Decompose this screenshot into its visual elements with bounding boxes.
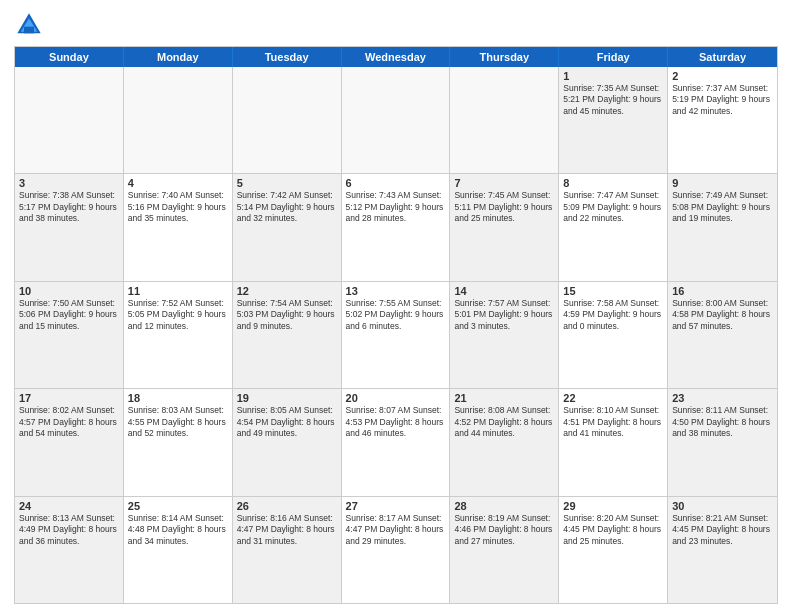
day-info: Sunrise: 7:37 AM Sunset: 5:19 PM Dayligh…: [672, 83, 773, 117]
header-day-saturday: Saturday: [668, 47, 777, 67]
day-number: 18: [128, 392, 228, 404]
day-info: Sunrise: 7:50 AM Sunset: 5:06 PM Dayligh…: [19, 298, 119, 332]
day-cell-7: 7Sunrise: 7:45 AM Sunset: 5:11 PM Daylig…: [450, 174, 559, 280]
day-cell-20: 20Sunrise: 8:07 AM Sunset: 4:53 PM Dayli…: [342, 389, 451, 495]
calendar-row-0: 1Sunrise: 7:35 AM Sunset: 5:21 PM Daylig…: [15, 67, 777, 173]
day-cell-16: 16Sunrise: 8:00 AM Sunset: 4:58 PM Dayli…: [668, 282, 777, 388]
day-info: Sunrise: 7:52 AM Sunset: 5:05 PM Dayligh…: [128, 298, 228, 332]
day-cell-10: 10Sunrise: 7:50 AM Sunset: 5:06 PM Dayli…: [15, 282, 124, 388]
day-number: 28: [454, 500, 554, 512]
day-number: 13: [346, 285, 446, 297]
day-cell-15: 15Sunrise: 7:58 AM Sunset: 4:59 PM Dayli…: [559, 282, 668, 388]
svg-rect-2: [24, 27, 34, 34]
day-info: Sunrise: 7:58 AM Sunset: 4:59 PM Dayligh…: [563, 298, 663, 332]
day-cell-25: 25Sunrise: 8:14 AM Sunset: 4:48 PM Dayli…: [124, 497, 233, 603]
day-cell-28: 28Sunrise: 8:19 AM Sunset: 4:46 PM Dayli…: [450, 497, 559, 603]
day-cell-29: 29Sunrise: 8:20 AM Sunset: 4:45 PM Dayli…: [559, 497, 668, 603]
day-cell-30: 30Sunrise: 8:21 AM Sunset: 4:45 PM Dayli…: [668, 497, 777, 603]
day-number: 20: [346, 392, 446, 404]
day-info: Sunrise: 7:35 AM Sunset: 5:21 PM Dayligh…: [563, 83, 663, 117]
day-number: 30: [672, 500, 773, 512]
day-info: Sunrise: 8:14 AM Sunset: 4:48 PM Dayligh…: [128, 513, 228, 547]
day-cell-11: 11Sunrise: 7:52 AM Sunset: 5:05 PM Dayli…: [124, 282, 233, 388]
day-number: 6: [346, 177, 446, 189]
empty-cell-0-2: [233, 67, 342, 173]
calendar-row-3: 17Sunrise: 8:02 AM Sunset: 4:57 PM Dayli…: [15, 388, 777, 495]
header-day-monday: Monday: [124, 47, 233, 67]
day-cell-2: 2Sunrise: 7:37 AM Sunset: 5:19 PM Daylig…: [668, 67, 777, 173]
day-cell-17: 17Sunrise: 8:02 AM Sunset: 4:57 PM Dayli…: [15, 389, 124, 495]
day-cell-9: 9Sunrise: 7:49 AM Sunset: 5:08 PM Daylig…: [668, 174, 777, 280]
day-cell-19: 19Sunrise: 8:05 AM Sunset: 4:54 PM Dayli…: [233, 389, 342, 495]
day-number: 25: [128, 500, 228, 512]
day-info: Sunrise: 8:17 AM Sunset: 4:47 PM Dayligh…: [346, 513, 446, 547]
day-cell-27: 27Sunrise: 8:17 AM Sunset: 4:47 PM Dayli…: [342, 497, 451, 603]
day-number: 3: [19, 177, 119, 189]
day-info: Sunrise: 8:03 AM Sunset: 4:55 PM Dayligh…: [128, 405, 228, 439]
day-number: 4: [128, 177, 228, 189]
day-cell-23: 23Sunrise: 8:11 AM Sunset: 4:50 PM Dayli…: [668, 389, 777, 495]
day-number: 10: [19, 285, 119, 297]
day-info: Sunrise: 8:11 AM Sunset: 4:50 PM Dayligh…: [672, 405, 773, 439]
header-day-thursday: Thursday: [450, 47, 559, 67]
day-number: 7: [454, 177, 554, 189]
day-info: Sunrise: 7:54 AM Sunset: 5:03 PM Dayligh…: [237, 298, 337, 332]
day-number: 16: [672, 285, 773, 297]
logo: [14, 10, 48, 40]
day-info: Sunrise: 7:55 AM Sunset: 5:02 PM Dayligh…: [346, 298, 446, 332]
calendar-row-1: 3Sunrise: 7:38 AM Sunset: 5:17 PM Daylig…: [15, 173, 777, 280]
day-number: 24: [19, 500, 119, 512]
day-number: 9: [672, 177, 773, 189]
day-cell-12: 12Sunrise: 7:54 AM Sunset: 5:03 PM Dayli…: [233, 282, 342, 388]
day-info: Sunrise: 8:19 AM Sunset: 4:46 PM Dayligh…: [454, 513, 554, 547]
day-number: 17: [19, 392, 119, 404]
day-info: Sunrise: 8:07 AM Sunset: 4:53 PM Dayligh…: [346, 405, 446, 439]
empty-cell-0-1: [124, 67, 233, 173]
empty-cell-0-4: [450, 67, 559, 173]
day-info: Sunrise: 8:13 AM Sunset: 4:49 PM Dayligh…: [19, 513, 119, 547]
day-info: Sunrise: 8:08 AM Sunset: 4:52 PM Dayligh…: [454, 405, 554, 439]
day-info: Sunrise: 8:16 AM Sunset: 4:47 PM Dayligh…: [237, 513, 337, 547]
day-cell-3: 3Sunrise: 7:38 AM Sunset: 5:17 PM Daylig…: [15, 174, 124, 280]
empty-cell-0-0: [15, 67, 124, 173]
calendar-row-4: 24Sunrise: 8:13 AM Sunset: 4:49 PM Dayli…: [15, 496, 777, 603]
day-cell-21: 21Sunrise: 8:08 AM Sunset: 4:52 PM Dayli…: [450, 389, 559, 495]
day-info: Sunrise: 7:43 AM Sunset: 5:12 PM Dayligh…: [346, 190, 446, 224]
day-number: 15: [563, 285, 663, 297]
header-day-sunday: Sunday: [15, 47, 124, 67]
header-day-tuesday: Tuesday: [233, 47, 342, 67]
day-info: Sunrise: 7:42 AM Sunset: 5:14 PM Dayligh…: [237, 190, 337, 224]
day-info: Sunrise: 8:02 AM Sunset: 4:57 PM Dayligh…: [19, 405, 119, 439]
day-info: Sunrise: 8:10 AM Sunset: 4:51 PM Dayligh…: [563, 405, 663, 439]
day-info: Sunrise: 8:21 AM Sunset: 4:45 PM Dayligh…: [672, 513, 773, 547]
day-info: Sunrise: 8:05 AM Sunset: 4:54 PM Dayligh…: [237, 405, 337, 439]
day-info: Sunrise: 8:20 AM Sunset: 4:45 PM Dayligh…: [563, 513, 663, 547]
day-number: 22: [563, 392, 663, 404]
day-cell-13: 13Sunrise: 7:55 AM Sunset: 5:02 PM Dayli…: [342, 282, 451, 388]
day-number: 19: [237, 392, 337, 404]
day-info: Sunrise: 8:00 AM Sunset: 4:58 PM Dayligh…: [672, 298, 773, 332]
header-day-friday: Friday: [559, 47, 668, 67]
day-number: 27: [346, 500, 446, 512]
day-info: Sunrise: 7:38 AM Sunset: 5:17 PM Dayligh…: [19, 190, 119, 224]
day-number: 1: [563, 70, 663, 82]
empty-cell-0-3: [342, 67, 451, 173]
day-number: 8: [563, 177, 663, 189]
day-number: 29: [563, 500, 663, 512]
calendar-row-2: 10Sunrise: 7:50 AM Sunset: 5:06 PM Dayli…: [15, 281, 777, 388]
day-cell-24: 24Sunrise: 8:13 AM Sunset: 4:49 PM Dayli…: [15, 497, 124, 603]
day-number: 26: [237, 500, 337, 512]
day-number: 23: [672, 392, 773, 404]
day-cell-1: 1Sunrise: 7:35 AM Sunset: 5:21 PM Daylig…: [559, 67, 668, 173]
header-day-wednesday: Wednesday: [342, 47, 451, 67]
calendar: SundayMondayTuesdayWednesdayThursdayFrid…: [14, 46, 778, 604]
header: [14, 10, 778, 40]
day-info: Sunrise: 7:45 AM Sunset: 5:11 PM Dayligh…: [454, 190, 554, 224]
day-cell-18: 18Sunrise: 8:03 AM Sunset: 4:55 PM Dayli…: [124, 389, 233, 495]
day-number: 14: [454, 285, 554, 297]
day-cell-14: 14Sunrise: 7:57 AM Sunset: 5:01 PM Dayli…: [450, 282, 559, 388]
day-number: 2: [672, 70, 773, 82]
day-number: 21: [454, 392, 554, 404]
day-info: Sunrise: 7:47 AM Sunset: 5:09 PM Dayligh…: [563, 190, 663, 224]
day-cell-5: 5Sunrise: 7:42 AM Sunset: 5:14 PM Daylig…: [233, 174, 342, 280]
